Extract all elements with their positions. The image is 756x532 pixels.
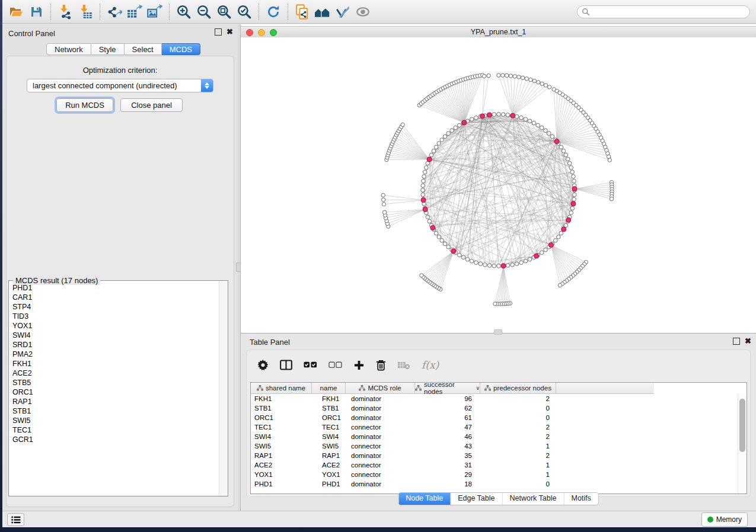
network-node[interactable] bbox=[432, 149, 436, 153]
network-leaf-node[interactable] bbox=[381, 193, 385, 197]
network-node[interactable] bbox=[559, 145, 563, 149]
column-header-predecessor-nodes[interactable]: predecessor nodes bbox=[480, 383, 556, 393]
network-leaf-node[interactable] bbox=[547, 85, 551, 89]
mcds-result-item[interactable]: SWI5 bbox=[12, 416, 218, 425]
network-leaf-node[interactable] bbox=[482, 74, 486, 78]
mcds-dominator-node[interactable] bbox=[462, 120, 467, 125]
network-node[interactable] bbox=[564, 153, 568, 157]
network-node[interactable] bbox=[501, 113, 505, 117]
tab-node-table[interactable]: Node Table bbox=[398, 493, 451, 505]
mcds-result-item[interactable]: GCR1 bbox=[12, 435, 218, 444]
network-node[interactable] bbox=[566, 157, 570, 161]
table-row[interactable]: YOX1YOX1connector291 bbox=[251, 470, 738, 479]
column-header-name[interactable]: name bbox=[312, 383, 346, 393]
network-node[interactable] bbox=[524, 117, 528, 121]
network-node[interactable] bbox=[446, 132, 451, 136]
mcds-result-item[interactable]: CAR1 bbox=[12, 293, 218, 302]
network-leaf-node[interactable] bbox=[497, 73, 500, 77]
network-node[interactable] bbox=[426, 215, 430, 219]
network-node[interactable] bbox=[440, 239, 444, 243]
network-leaf-node[interactable] bbox=[501, 73, 505, 77]
network-node[interactable] bbox=[524, 259, 528, 263]
network-node[interactable] bbox=[421, 193, 425, 197]
add-column-icon[interactable] bbox=[353, 360, 365, 371]
network-node[interactable] bbox=[572, 193, 576, 197]
mcds-dominator-node[interactable] bbox=[554, 139, 559, 144]
network-node[interactable] bbox=[528, 119, 532, 123]
mcds-result-item[interactable]: STB5 bbox=[12, 378, 218, 387]
network-leaf-node[interactable] bbox=[381, 198, 385, 201]
network-node[interactable] bbox=[422, 175, 426, 179]
network-node[interactable] bbox=[440, 138, 444, 142]
network-node[interactable] bbox=[454, 126, 458, 130]
zoom-in-icon[interactable] bbox=[174, 2, 194, 21]
mcds-result-item[interactable]: STP4 bbox=[12, 302, 218, 312]
refresh-icon[interactable] bbox=[263, 2, 283, 21]
network-node[interactable] bbox=[562, 149, 566, 153]
network-leaf-node[interactable] bbox=[517, 75, 521, 79]
network-leaf-node[interactable] bbox=[401, 123, 404, 126]
optimization-criterion-dropdown[interactable]: largest connected component (undirected) bbox=[27, 79, 213, 92]
network-node[interactable] bbox=[536, 123, 540, 127]
network-node[interactable] bbox=[457, 123, 461, 127]
network-node[interactable] bbox=[437, 235, 441, 239]
mcds-result-item[interactable]: TID3 bbox=[12, 312, 218, 321]
table-row[interactable]: ACE2ACE2connector311 bbox=[251, 460, 738, 470]
show-hide-panel-eye-icon[interactable] bbox=[353, 2, 373, 21]
network-leaf-node[interactable] bbox=[521, 76, 524, 79]
tab-edge-table[interactable]: Edge Table bbox=[451, 493, 502, 505]
import-network-icon[interactable] bbox=[55, 2, 75, 21]
table-row[interactable]: FKH1FKH1dominator962 bbox=[251, 394, 738, 403]
network-leaf-node[interactable] bbox=[493, 302, 497, 306]
network-node[interactable] bbox=[569, 166, 573, 170]
network-leaf-node[interactable] bbox=[382, 210, 386, 214]
mcds-result-item[interactable]: ACE2 bbox=[12, 368, 218, 378]
network-node[interactable] bbox=[492, 264, 496, 268]
memory-button[interactable]: Memory bbox=[701, 512, 748, 527]
network-window-titlebar[interactable]: YPA_prune.txt_1 bbox=[241, 26, 756, 39]
network-node[interactable] bbox=[506, 113, 510, 117]
mcds-dominator-node[interactable] bbox=[427, 157, 432, 162]
mcds-result-item[interactable]: ORC1 bbox=[12, 387, 218, 397]
network-node[interactable] bbox=[519, 116, 524, 120]
gear-icon[interactable] bbox=[257, 360, 269, 371]
float-panel-icon[interactable] bbox=[215, 28, 222, 36]
network-node[interactable] bbox=[421, 184, 425, 188]
tab-network-table[interactable]: Network Table bbox=[503, 493, 564, 505]
tab-style[interactable]: Style bbox=[91, 43, 125, 55]
run-mcds-button[interactable]: Run MCDS bbox=[56, 98, 113, 112]
network-leaf-node[interactable] bbox=[513, 75, 516, 78]
network-node[interactable] bbox=[544, 129, 548, 133]
mcds-result-item[interactable]: YOX1 bbox=[12, 321, 218, 331]
network-node[interactable] bbox=[428, 219, 432, 223]
network-node[interactable] bbox=[450, 129, 454, 133]
horizontal-splitter-handle[interactable] bbox=[494, 329, 502, 335]
network-leaf-node[interactable] bbox=[540, 82, 544, 85]
export-image-icon[interactable] bbox=[145, 2, 165, 21]
graphics-details-icon[interactable] bbox=[333, 2, 353, 21]
network-node[interactable] bbox=[528, 257, 532, 261]
mcds-dominator-node[interactable] bbox=[451, 249, 456, 254]
deselect-all-checkboxes-icon[interactable] bbox=[328, 361, 342, 368]
network-leaf-node[interactable] bbox=[608, 158, 611, 162]
network-canvas[interactable] bbox=[241, 37, 756, 333]
mcds-result-item[interactable]: TEC1 bbox=[12, 425, 218, 435]
network-node[interactable] bbox=[443, 134, 447, 139]
column-header-shared-name[interactable]: shared name bbox=[251, 383, 312, 393]
mcds-result-item[interactable]: SRD1 bbox=[12, 340, 218, 350]
network-node[interactable] bbox=[474, 261, 479, 265]
network-node[interactable] bbox=[487, 264, 492, 268]
network-node[interactable] bbox=[554, 239, 558, 243]
import-table-icon[interactable] bbox=[75, 2, 95, 21]
network-leaf-node[interactable] bbox=[544, 84, 547, 87]
table-scrollbar-thumb[interactable] bbox=[739, 399, 745, 452]
select-all-checkboxes-icon[interactable] bbox=[304, 361, 317, 368]
table-row[interactable]: STB1STB1dominator620 bbox=[251, 403, 738, 413]
table-row[interactable]: TEC1TEC1connector472 bbox=[251, 422, 738, 432]
network-node[interactable] bbox=[515, 114, 519, 118]
network-node[interactable] bbox=[515, 262, 519, 266]
network-node[interactable] bbox=[457, 253, 461, 257]
network-node[interactable] bbox=[483, 263, 487, 267]
tab-motifs[interactable]: Motifs bbox=[564, 493, 598, 505]
network-node[interactable] bbox=[443, 242, 447, 246]
